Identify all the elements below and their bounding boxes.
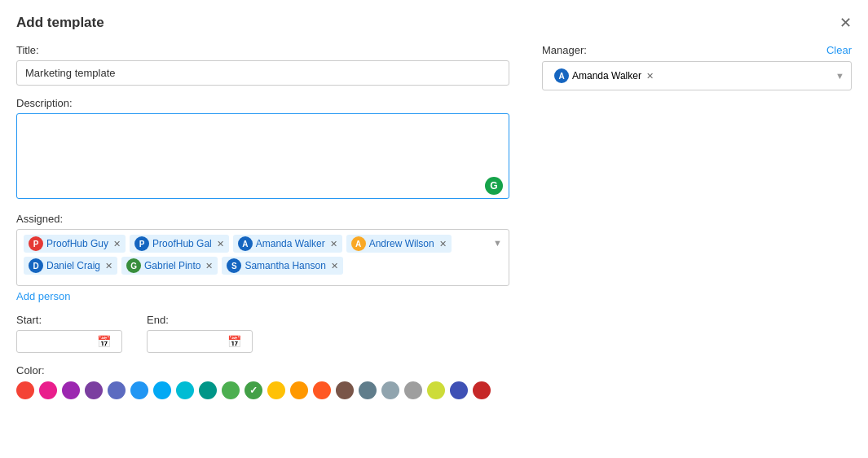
end-calendar-icon[interactable]: 📅 <box>227 335 241 348</box>
color-circle-16[interactable] <box>381 381 399 399</box>
assigned-avatar: P <box>134 236 149 251</box>
color-label: Color: <box>16 364 509 377</box>
start-date-input[interactable] <box>24 336 97 348</box>
color-circle-13[interactable] <box>313 381 331 399</box>
assigned-tag: GGabriel Pinto✕ <box>121 257 218 275</box>
assigned-avatar: A <box>351 236 366 251</box>
manager-avatar: A <box>554 68 569 83</box>
dialog-title: Add template <box>16 15 104 31</box>
end-date-field: End: 📅 <box>147 314 253 353</box>
assigned-person-name: Andrew Wilson <box>369 238 434 249</box>
start-date-input-wrap[interactable]: 📅 <box>16 330 122 353</box>
color-circle-17[interactable] <box>404 381 422 399</box>
manager-select[interactable]: A Amanda Walker ✕ ▼ <box>542 61 852 90</box>
left-column: Title: Description: G Assigned: ▼ PProof… <box>16 44 509 399</box>
dialog-header: Add template ✕ <box>16 15 852 31</box>
color-circle-8[interactable] <box>199 381 217 399</box>
color-circle-11[interactable] <box>267 381 285 399</box>
assigned-avatar: D <box>29 258 43 273</box>
assigned-person-name: Daniel Craig <box>46 260 100 271</box>
description-input[interactable] <box>16 113 509 199</box>
title-label: Title: <box>16 44 509 56</box>
color-section: Color: <box>16 364 509 399</box>
assigned-person-name: Samantha Hanson <box>245 260 325 271</box>
manager-remove-icon[interactable]: ✕ <box>646 71 654 81</box>
assigned-person-name: Gabriel Pinto <box>144 260 200 271</box>
assigned-avatar: P <box>29 236 43 251</box>
end-label: End: <box>147 314 253 326</box>
assigned-box[interactable]: ▼ PProofHub Guy✕PProofHub Gal✕AAmanda Wa… <box>16 229 509 286</box>
color-circle-2[interactable] <box>62 381 80 399</box>
start-date-field: Start: 📅 <box>16 314 122 353</box>
color-circle-6[interactable] <box>153 381 171 399</box>
manager-dropdown-icon: ▼ <box>835 71 844 81</box>
assigned-dropdown-icon: ▼ <box>493 238 502 248</box>
assigned-remove-icon[interactable]: ✕ <box>439 239 447 249</box>
end-date-input[interactable] <box>154 336 227 348</box>
date-row: Start: 📅 End: 📅 <box>16 314 509 353</box>
assigned-avatar: G <box>126 258 141 273</box>
end-date-input-wrap[interactable]: 📅 <box>147 330 253 353</box>
color-circle-18[interactable] <box>427 381 445 399</box>
assigned-tag: SSamantha Hanson✕ <box>222 257 342 275</box>
close-icon[interactable]: ✕ <box>839 15 852 30</box>
assigned-tag: PProofHub Gal✕ <box>130 235 229 253</box>
start-calendar-icon[interactable]: 📅 <box>97 335 111 348</box>
assigned-remove-icon[interactable]: ✕ <box>331 261 338 271</box>
description-wrap: G <box>16 113 509 201</box>
assigned-avatar: S <box>227 258 241 273</box>
title-input[interactable] <box>16 60 509 86</box>
assigned-avatar: A <box>238 236 253 251</box>
assigned-tag: PProofHub Guy✕ <box>24 235 126 253</box>
assigned-remove-icon[interactable]: ✕ <box>217 239 224 249</box>
manager-label: Manager: <box>542 44 587 56</box>
assigned-person-name: ProofHub Gal <box>152 238 212 249</box>
color-circle-4[interactable] <box>108 381 126 399</box>
color-circles <box>16 381 509 399</box>
color-circle-15[interactable] <box>359 381 377 399</box>
color-circle-10[interactable] <box>245 381 262 399</box>
assigned-tags-container: PProofHub Guy✕PProofHub Gal✕AAmanda Walk… <box>24 235 502 275</box>
assigned-remove-icon[interactable]: ✕ <box>105 261 112 271</box>
color-circle-19[interactable] <box>450 381 468 399</box>
assigned-person-name: ProofHub Guy <box>46 238 108 249</box>
manager-header: Manager: Clear <box>542 44 852 56</box>
grammarly-icon: G <box>485 177 503 195</box>
description-label: Description: <box>16 97 509 109</box>
color-circle-0[interactable] <box>16 381 34 399</box>
assigned-remove-icon[interactable]: ✕ <box>113 239 121 249</box>
clear-link[interactable]: Clear <box>826 44 852 56</box>
description-field-group: Description: G <box>16 97 509 201</box>
color-circle-9[interactable] <box>222 381 240 399</box>
color-circle-5[interactable] <box>130 381 148 399</box>
manager-tag: A Amanda Walker ✕ <box>549 67 659 85</box>
assigned-person-name: Amanda Walker <box>256 238 325 249</box>
right-column: Manager: Clear A Amanda Walker ✕ ▼ <box>542 44 852 399</box>
title-field-group: Title: <box>16 44 509 86</box>
assigned-tag: AAndrew Wilson✕ <box>346 235 452 253</box>
assigned-remove-icon[interactable]: ✕ <box>330 239 337 249</box>
color-circle-20[interactable] <box>473 381 491 399</box>
assigned-tag: AAmanda Walker✕ <box>233 235 342 253</box>
manager-name: Amanda Walker <box>572 70 641 81</box>
assigned-tag: DDaniel Craig✕ <box>24 257 117 275</box>
assigned-label: Assigned: <box>16 213 509 225</box>
start-label: Start: <box>16 314 122 326</box>
color-circle-1[interactable] <box>39 381 57 399</box>
assigned-field-group: Assigned: ▼ PProofHub Guy✕PProofHub Gal✕… <box>16 213 509 302</box>
color-circle-12[interactable] <box>290 381 308 399</box>
color-circle-7[interactable] <box>176 381 194 399</box>
color-circle-3[interactable] <box>85 381 103 399</box>
add-template-dialog: Add template ✕ Title: Description: G Ass… <box>0 0 868 458</box>
color-circle-14[interactable] <box>336 381 354 399</box>
add-person-link[interactable]: Add person <box>16 290 71 302</box>
assigned-remove-icon[interactable]: ✕ <box>205 261 213 271</box>
dialog-body: Title: Description: G Assigned: ▼ PProof… <box>16 44 852 399</box>
